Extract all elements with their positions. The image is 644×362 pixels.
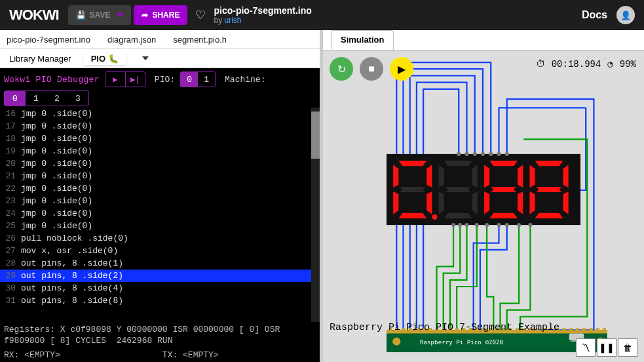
svg-rect-73 [569, 328, 573, 332]
run-button[interactable]: ▶ [390, 57, 413, 81]
state-machine-tabs: 0 1 2 3 [4, 90, 89, 106]
share-icon: ➦ [142, 10, 148, 20]
svg-point-14 [517, 223, 521, 227]
code-line[interactable]: 19jmp 0 .side(0) [0, 145, 320, 157]
tab-simulation[interactable]: Simulation [331, 30, 394, 50]
project-author: by urish [214, 16, 311, 25]
svg-point-11 [485, 223, 489, 227]
pio-selector: 0 1 [180, 71, 216, 87]
code-line[interactable]: 24jmp 0 .side(0) [0, 207, 320, 220]
code-line[interactable]: 31out pins, 8 .side(8) [0, 294, 320, 307]
svg-marker-16 [398, 161, 426, 166]
pause-button[interactable]: ❚❚ [597, 338, 616, 357]
heart-icon[interactable]: ♡ [195, 8, 206, 22]
save-dropdown-icon[interactable] [117, 13, 123, 17]
code-line[interactable]: 29out pins, 8 .side(2) [0, 270, 320, 282]
svg-marker-22 [400, 187, 425, 192]
code-line[interactable]: 28out pins, 8 .side(1) [0, 257, 320, 270]
logo[interactable]: WOKWI [0, 7, 68, 24]
svg-marker-41 [529, 191, 535, 214]
sm-tab-2[interactable]: 2 [47, 91, 67, 106]
file-tab[interactable]: pico-pio-7segment.ino [7, 35, 90, 45]
machine-label: Machine: [225, 75, 265, 85]
code-line[interactable]: 25jmp 0 .side(0) [0, 220, 320, 232]
gauge-icon: ◔ [607, 58, 613, 70]
registers-readout: Registers: X c0f98098 Y 00000000 ISR 000… [0, 322, 320, 348]
svg-point-15 [528, 223, 532, 227]
svg-marker-43 [537, 187, 562, 192]
sm-tab-1[interactable]: 1 [26, 91, 47, 106]
library-manager-link[interactable]: Library Manager [9, 54, 71, 64]
sim-perf: 99% [620, 59, 636, 70]
code-line[interactable]: 30out pins, 8 .side(4) [0, 282, 320, 294]
svg-marker-26 [444, 213, 472, 218]
pio-debugger-chip[interactable]: PIO 🐛 [83, 52, 126, 65]
svg-marker-40 [535, 213, 563, 218]
file-tab[interactable]: diagram.json [107, 35, 156, 45]
project-title: pico-pio-7segment.ino [214, 5, 311, 16]
svg-rect-75 [582, 328, 586, 332]
code-line[interactable]: 17jmp 0 .side(0) [0, 120, 320, 132]
svg-point-3 [481, 152, 485, 156]
svg-point-5 [497, 152, 501, 156]
svg-marker-37 [535, 161, 563, 166]
debugger-play-button[interactable]: ▶ [105, 72, 125, 87]
avatar[interactable]: 👤 [616, 6, 635, 24]
code-line[interactable]: 21jmp 0 .side(0) [0, 170, 320, 182]
svg-point-2 [473, 152, 477, 156]
code-line[interactable]: 23jmp 0 .side(0) [0, 195, 320, 207]
pio-option-0[interactable]: 0 [181, 72, 198, 87]
docs-link[interactable]: Docs [582, 9, 607, 21]
pio-option-1[interactable]: 1 [198, 72, 215, 87]
code-line[interactable]: 27mov x, osr .side(0) [0, 245, 320, 257]
diagram-caption: Raspberry Pi Pico PIO 7-Segment Example [330, 322, 559, 333]
file-tabs: pico-pio-7segment.ino diagram.json segme… [0, 30, 320, 49]
file-tab[interactable]: segment.pio.h [173, 35, 227, 45]
author-link[interactable]: urish [224, 16, 241, 25]
svg-rect-78 [603, 328, 606, 332]
fifo-readout: RX: <EMPTY> TX: <EMPTY> [0, 348, 320, 362]
debugger-controls: ▶ ▶| [105, 71, 145, 87]
svg-marker-19 [398, 213, 426, 218]
circuit-diagram: Raspberry Pi Pico ©2020 BOOTSEL [323, 50, 644, 362]
save-button[interactable]: 💾 SAVE [68, 5, 132, 25]
project-header: pico-pio-7segment.ino by urish [214, 0, 311, 30]
svg-point-4 [489, 152, 493, 156]
svg-marker-33 [489, 213, 518, 218]
scrollbar[interactable] [311, 108, 320, 322]
svg-point-12 [497, 223, 501, 227]
floppy-icon: 💾 [76, 10, 86, 20]
svg-marker-42 [529, 165, 535, 188]
stopwatch-icon: ⏱ [536, 59, 545, 70]
code-listing: 16jmp 0 .side(0)17jmp 0 .side(0)18jmp 0 … [0, 108, 320, 322]
svg-point-79 [392, 338, 400, 346]
pio-field-label: PIO: [155, 75, 175, 85]
code-line[interactable]: 20jmp 0 .side(0) [0, 157, 320, 170]
stop-button[interactable]: ■ [360, 57, 383, 81]
chevron-down-icon[interactable] [142, 56, 149, 60]
plot-button[interactable]: 〽 [576, 338, 596, 357]
svg-marker-30 [489, 161, 518, 166]
debugger-step-button[interactable]: ▶| [125, 72, 145, 87]
code-line[interactable]: 18jmp 0 .side(0) [0, 132, 320, 145]
delete-button[interactable]: 🗑 [618, 338, 637, 357]
debugger-title: Wokwi PIO Debugger [4, 75, 100, 85]
svg-point-44 [432, 214, 437, 220]
svg-point-0 [457, 152, 461, 156]
simulation-canvas[interactable]: ↻ ■ ▶ ⏱ 00:18.994 ◔ 99% [323, 50, 644, 362]
sim-time: 00:18.994 [552, 59, 601, 70]
code-line[interactable]: 22jmp 0 .side(0) [0, 182, 320, 195]
svg-rect-74 [576, 328, 579, 332]
code-line[interactable]: 16jmp 0 .side(0) [0, 108, 320, 120]
restart-button[interactable]: ↻ [330, 57, 353, 81]
share-button[interactable]: ➦ SHARE [134, 5, 187, 25]
svg-point-1 [464, 152, 468, 156]
svg-point-8 [458, 223, 462, 227]
svg-point-13 [505, 223, 509, 227]
sm-tab-0[interactable]: 0 [5, 91, 26, 106]
svg-marker-23 [444, 161, 472, 166]
svg-rect-76 [589, 328, 592, 332]
sm-tab-3[interactable]: 3 [67, 91, 88, 106]
code-line[interactable]: 26pull noblock .side(0) [0, 232, 320, 245]
svg-point-10 [475, 223, 479, 227]
